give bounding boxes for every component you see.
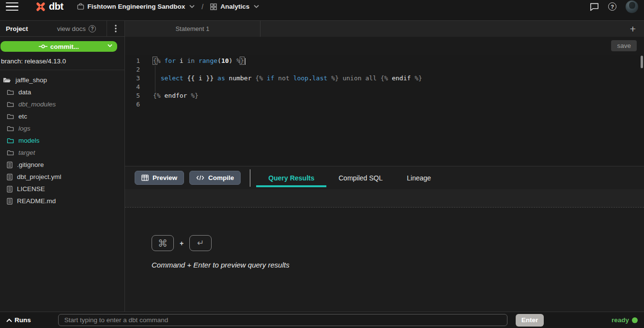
- branch-label: branch: release/4.13.0: [0, 52, 124, 70]
- tree-item-label: target: [18, 149, 35, 156]
- chevron-down-icon: [254, 5, 259, 8]
- file-icon: [7, 162, 13, 168]
- editor-scrollbar[interactable]: [641, 56, 643, 68]
- tree-item-label: README.md: [17, 197, 56, 205]
- git-commit-icon: [39, 44, 47, 49]
- editor-toolbar: save: [125, 37, 644, 55]
- account-name: Fishtown Engineering Sandbox: [88, 3, 185, 10]
- avatar[interactable]: [626, 0, 638, 13]
- commit-button[interactable]: commit...: [0, 41, 117, 52]
- results-content: ⌘ + ↵ Command + Enter to preview query r…: [125, 208, 644, 312]
- code-line: 5{% endfor %}: [125, 91, 644, 100]
- dbt-command-input[interactable]: [58, 314, 507, 326]
- shortcut-keys: ⌘ + ↵: [152, 235, 644, 251]
- hamburger-menu-icon[interactable]: [6, 2, 18, 11]
- dbt-logo: dbt: [35, 1, 63, 13]
- editor-tab-bar: Statement 1 +: [125, 21, 644, 37]
- tree-item-label: dbt_modules: [18, 101, 56, 108]
- view-docs-label: view docs: [57, 25, 86, 32]
- tree-item-label: logs: [18, 125, 31, 132]
- kebab-menu-icon[interactable]: [107, 21, 124, 37]
- project-name: Analytics: [220, 3, 249, 10]
- breadcrumb-separator: /: [201, 3, 203, 11]
- preview-button-label: Preview: [153, 174, 177, 181]
- tree-item-license[interactable]: LICENSE: [0, 183, 124, 195]
- results-toolbar: [125, 189, 644, 208]
- tree-item-label: etc: [18, 113, 27, 120]
- tree-item-label: models: [18, 137, 40, 144]
- code-text: [144, 100, 153, 109]
- preview-button[interactable]: Preview: [135, 171, 184, 185]
- code-text: [144, 83, 153, 91]
- line-number: 4: [125, 83, 144, 91]
- divider: [0, 70, 124, 70]
- tree-item-readme-md[interactable]: README.md: [0, 195, 124, 207]
- dbt-logo-text: dbt: [49, 1, 63, 12]
- code-line: 2: [125, 65, 644, 74]
- code-line: 6: [125, 100, 644, 109]
- runs-toggle[interactable]: Runs: [6, 316, 31, 324]
- results-tabs: Query ResultsCompiled SQLLineage: [256, 166, 443, 189]
- enter-button[interactable]: Enter: [516, 314, 544, 327]
- tab-query-results[interactable]: Query Results: [256, 166, 326, 190]
- help-icon[interactable]: ?: [608, 2, 616, 11]
- code-text: select {{ i }} as number {% if not loop.…: [144, 74, 422, 83]
- tab-lineage[interactable]: Lineage: [395, 166, 443, 190]
- folder-icon: [7, 101, 14, 107]
- tree-item-logs[interactable]: logs: [0, 122, 124, 134]
- results-panel-header: Preview Compile Query ResultsCompiled SQ…: [125, 166, 644, 189]
- tree-item-jaffle-shop[interactable]: jaffle_shop: [0, 74, 124, 86]
- save-button[interactable]: save: [611, 40, 637, 51]
- tab-compiled-sql[interactable]: Compiled SQL: [326, 166, 395, 190]
- commit-button-label: commit...: [50, 43, 79, 50]
- code-text: {% endfor %}: [144, 91, 199, 100]
- tree-item-label: dbt_project.yml: [17, 173, 61, 180]
- code-editor[interactable]: 1{% for i in range(10) %}23 select {{ i …: [125, 55, 644, 166]
- question-circle-icon: ?: [89, 25, 96, 32]
- folder-icon: [7, 89, 14, 95]
- account-switcher[interactable]: Fishtown Engineering Sandbox /: [77, 3, 211, 11]
- code-line: 3 select {{ i }} as number {% if not loo…: [125, 74, 644, 83]
- tree-item-label: .gitignore: [17, 161, 44, 168]
- code-lines: 1{% for i in range(10) %}23 select {{ i …: [125, 57, 644, 109]
- divider: [250, 169, 250, 187]
- file-icon: [7, 186, 13, 193]
- command-key-icon: ⌘: [152, 235, 174, 251]
- folder-open-icon: [3, 77, 11, 83]
- code-line: 1{% for i in range(10) %}: [125, 57, 644, 65]
- tree-item-target[interactable]: target: [0, 147, 124, 159]
- project-switcher[interactable]: Analytics: [210, 3, 259, 10]
- compile-button[interactable]: Compile: [189, 171, 241, 185]
- code-text: {% for i in range(10) %}: [144, 57, 245, 65]
- new-tab-button[interactable]: +: [622, 21, 644, 37]
- chevron-up-icon: [6, 318, 12, 322]
- folder-icon: [7, 149, 14, 156]
- runs-label: Runs: [15, 316, 31, 324]
- chevron-down-icon: [107, 44, 112, 47]
- chat-icon[interactable]: [590, 2, 599, 11]
- tree-item-dbt-modules[interactable]: dbt_modules: [0, 98, 124, 110]
- status-indicator: ready: [612, 316, 638, 324]
- folder-icon: [7, 137, 14, 144]
- line-number: 6: [125, 100, 144, 109]
- line-number: 5: [125, 91, 144, 100]
- tree-item-label: data: [18, 89, 31, 96]
- dbt-logo-icon: [35, 1, 46, 13]
- tab-label: Statement 1: [175, 25, 209, 32]
- tree-item--gitignore[interactable]: .gitignore: [0, 159, 124, 171]
- view-docs-link[interactable]: view docs ?: [57, 25, 102, 32]
- line-number: 3: [125, 74, 144, 83]
- dbt-ide: dbt Fishtown Engineering Sandbox / Analy…: [0, 0, 644, 328]
- topbar-actions: ?: [590, 0, 638, 13]
- compile-button-label: Compile: [208, 174, 234, 181]
- tree-item-dbt-project-yml[interactable]: dbt_project.yml: [0, 171, 124, 183]
- indent-guide: [155, 66, 155, 92]
- plus-sign: +: [180, 239, 184, 247]
- tree-item-models[interactable]: models: [0, 134, 124, 147]
- tree-item-etc[interactable]: etc: [0, 110, 124, 122]
- file-icon: [7, 198, 13, 205]
- top-nav-bar: dbt Fishtown Engineering Sandbox / Analy…: [0, 0, 644, 13]
- tree-item-data[interactable]: data: [0, 86, 124, 98]
- folder-icon: [7, 113, 14, 119]
- tab-statement-1[interactable]: Statement 1: [125, 21, 261, 37]
